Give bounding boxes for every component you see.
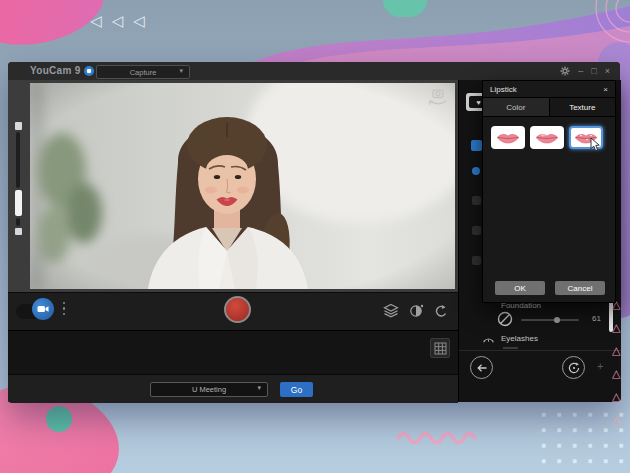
settings-gear-icon[interactable] bbox=[560, 66, 570, 76]
lipstick-popup: Lipstick × Color Texture bbox=[482, 80, 616, 303]
app-logo: YouCam 9 bbox=[30, 65, 94, 76]
popup-tabs: Color Texture bbox=[483, 97, 615, 117]
chevron-down-icon: ▾ bbox=[257, 384, 261, 392]
eyelashes-icon bbox=[482, 335, 495, 345]
foundation-slider[interactable] bbox=[521, 319, 579, 321]
triangles-column-decoration: △△△△△△ bbox=[612, 293, 620, 431]
app-select-dropdown[interactable]: U Meeting ▾ bbox=[150, 382, 268, 397]
zoom-in-tick[interactable] bbox=[15, 122, 22, 130]
zoom-track[interactable] bbox=[16, 132, 20, 188]
lips-icon bbox=[495, 130, 521, 145]
lips-icon bbox=[534, 130, 560, 145]
lipstick-swatch[interactable] bbox=[569, 126, 603, 149]
grid-icon bbox=[434, 342, 447, 355]
video-camera-icon bbox=[37, 305, 49, 313]
back-button[interactable] bbox=[470, 356, 493, 379]
foundation-slider-handle[interactable] bbox=[554, 317, 560, 323]
none-icon[interactable] bbox=[497, 311, 513, 327]
panel-tool-icon[interactable] bbox=[472, 226, 481, 235]
gallery-grid-button[interactable] bbox=[430, 338, 450, 358]
texture-swatches bbox=[483, 117, 615, 158]
add-icon[interactable]: + bbox=[597, 360, 603, 372]
video-mode-button[interactable] bbox=[32, 298, 54, 320]
media-tray bbox=[8, 330, 458, 375]
app-title: YouCam 9 bbox=[30, 65, 81, 76]
title-bar: YouCam 9 Capture ▾ – □ × bbox=[8, 62, 620, 81]
desktop-background: ◁◁◁ △△△△△△ YouCam 9 Capture ▾ bbox=[0, 0, 630, 473]
maximize-button[interactable]: □ bbox=[591, 66, 596, 76]
cursor-icon bbox=[590, 138, 601, 152]
reset-face-button[interactable] bbox=[562, 356, 585, 379]
cancel-button[interactable]: Cancel bbox=[555, 281, 605, 295]
zoom-out-tick[interactable] bbox=[15, 228, 22, 235]
zoom-slider[interactable] bbox=[13, 122, 23, 235]
launch-bar: U Meeting ▾ Go bbox=[8, 374, 458, 403]
chevron-down-icon: ▾ bbox=[179, 67, 183, 75]
lipstick-swatch[interactable] bbox=[530, 126, 564, 149]
lipstick-swatch[interactable] bbox=[491, 126, 525, 149]
camera-switch-icon[interactable] bbox=[426, 87, 450, 107]
zoom-slider-handle[interactable] bbox=[15, 190, 22, 216]
record-button[interactable] bbox=[224, 296, 251, 323]
more-options-button[interactable] bbox=[63, 302, 65, 315]
panel-tool-active-icon[interactable] bbox=[471, 140, 482, 151]
ok-button[interactable]: OK bbox=[495, 281, 545, 295]
triangle-arrows-decoration: ◁◁◁ bbox=[90, 12, 155, 30]
rotate-icon bbox=[568, 362, 580, 374]
capture-mode-dropdown[interactable]: Capture ▾ bbox=[96, 65, 190, 79]
webcam-preview bbox=[30, 83, 455, 289]
popup-header: Lipstick × bbox=[483, 81, 615, 97]
video-toolbar bbox=[8, 292, 458, 331]
youcam-badge-icon bbox=[84, 66, 94, 76]
beautify-icon[interactable] bbox=[409, 303, 424, 318]
layers-icon[interactable] bbox=[383, 303, 399, 318]
main-area: U Meeting ▾ Go bbox=[8, 80, 458, 402]
go-button[interactable]: Go bbox=[280, 382, 313, 397]
close-button[interactable]: × bbox=[605, 66, 610, 76]
popup-actions: OK Cancel bbox=[495, 281, 605, 295]
tab-texture[interactable]: Texture bbox=[550, 98, 616, 116]
panel-tool-icon[interactable] bbox=[472, 196, 481, 205]
tab-color[interactable]: Color bbox=[483, 98, 550, 116]
minimize-button[interactable]: – bbox=[578, 66, 583, 76]
webcam-video-frame bbox=[30, 83, 455, 289]
undo-icon[interactable] bbox=[434, 304, 448, 318]
popup-close-icon[interactable]: × bbox=[603, 85, 608, 94]
panel-tool-icon[interactable] bbox=[472, 256, 481, 265]
foundation-value: 61 bbox=[592, 314, 601, 323]
teal-dot-decoration bbox=[46, 406, 72, 432]
arrow-left-icon bbox=[476, 363, 488, 373]
squiggle-decoration bbox=[395, 425, 487, 447]
popup-title: Lipstick bbox=[490, 85, 517, 94]
eyelashes-label: Eyelashes bbox=[501, 334, 538, 343]
panel-tool-dot-icon[interactable] bbox=[472, 167, 480, 175]
